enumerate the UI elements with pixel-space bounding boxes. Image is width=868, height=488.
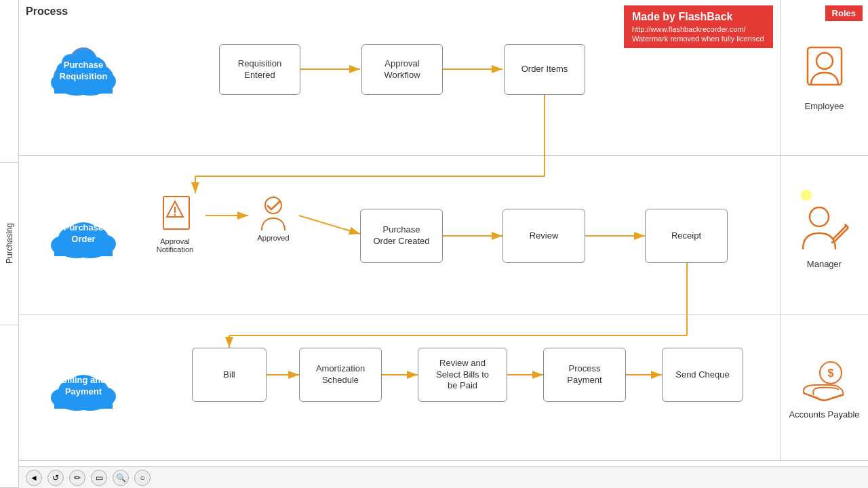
watermark-title: Made by FlashBack <box>632 11 765 23</box>
refresh-button[interactable]: ↺ <box>47 470 64 486</box>
svg-rect-22 <box>163 197 189 229</box>
billing-payment-label: Billing andPayment <box>61 375 106 398</box>
accounts-payable-icon: $ <box>797 356 851 407</box>
main-container: Purchasing Process <box>0 0 868 488</box>
purchase-order-created-box: PurchaseOrder Created <box>360 209 443 263</box>
zoom-button[interactable]: 🔍 <box>113 470 129 486</box>
svg-line-32 <box>299 216 360 234</box>
purchasing-label: Purchasing <box>5 223 14 264</box>
manager-label: Manager <box>807 259 842 269</box>
accounts-payable-icon-group: $ Accounts Payable <box>789 356 859 420</box>
purchase-requisition-cloud: PurchaseRequisition <box>39 34 127 108</box>
lane1-sidebar <box>0 0 18 163</box>
review-box: Review <box>502 209 585 263</box>
circle-button[interactable]: ○ <box>134 470 151 486</box>
purchase-order-label: PurchaseOrder <box>64 222 104 245</box>
manager-icon <box>797 202 852 256</box>
employee-label: Employee <box>805 101 844 111</box>
swim-lane-purchasing: PurchaseOrder ApprovalNotification <box>19 156 868 315</box>
roles-badge: Roles <box>825 5 863 21</box>
approved-text: Approved <box>257 234 289 242</box>
process-payment-box: ProcessPayment <box>543 348 626 402</box>
edit-button[interactable]: ✏ <box>69 470 85 486</box>
employee-icon-group: Employee <box>801 44 848 111</box>
manager-icon-group: Manager <box>797 202 852 269</box>
purchase-order-cloud: PurchaseOrder <box>39 197 127 271</box>
svg-point-13 <box>816 53 833 69</box>
lane2-sidebar: Purchasing <box>0 163 18 325</box>
approval-notification-icon <box>153 193 197 237</box>
back-button[interactable]: ◄ <box>26 470 42 486</box>
manager-role: Manager <box>780 156 868 314</box>
accounts-payable-label: Accounts Payable <box>789 409 859 420</box>
employee-icon <box>801 44 848 98</box>
content-area: Process Purcha <box>19 0 868 488</box>
billing-payment-cloud: Billing andPayment <box>39 349 127 424</box>
bottom-toolbar: ◄ ↺ ✏ ▭ 🔍 ○ <box>19 466 868 488</box>
review-select-bills-box: Review andSelect Bills tobe Paid <box>418 348 507 402</box>
accounts-payable-role: $ Accounts Payable <box>780 315 868 460</box>
svg-text:$: $ <box>828 367 834 379</box>
approval-notification-text: ApprovalNotification <box>157 237 193 253</box>
approved-group: Approved <box>250 193 297 242</box>
approval-notification-group: ApprovalNotification <box>144 193 205 253</box>
left-sidebar: Purchasing <box>0 0 19 488</box>
cursor-highlight <box>801 190 812 201</box>
svg-point-36 <box>810 207 829 226</box>
watermark-url: http://www.flashbackrecorder.com/ <box>632 25 765 33</box>
amortization-schedule-box: AmortizationSchedule <box>299 348 382 402</box>
purchase-requisition-label: PurchaseRequisition <box>60 60 108 83</box>
swim-lane-billing: Billing andPayment <box>19 315 868 461</box>
copy-button[interactable]: ▭ <box>91 470 107 486</box>
svg-point-25 <box>174 214 176 216</box>
receipt-box: Receipt <box>645 209 728 263</box>
order-items-box: Order Items <box>504 44 585 95</box>
watermark-note: Watermark removed when fully licensed <box>632 35 765 43</box>
lane3-sidebar <box>0 325 18 488</box>
watermark-overlay: Made by FlashBack http://www.flashbackre… <box>624 5 773 48</box>
svg-line-41 <box>845 224 846 226</box>
requisition-entered-box: Requisition Entered <box>219 44 300 95</box>
approved-icon <box>255 193 292 234</box>
bill-box: Bill <box>192 348 267 402</box>
send-cheque-box: Send Cheque <box>662 348 743 402</box>
approval-workflow-box: Approval Workflow <box>361 44 443 95</box>
employee-role: Employee <box>780 0 868 155</box>
